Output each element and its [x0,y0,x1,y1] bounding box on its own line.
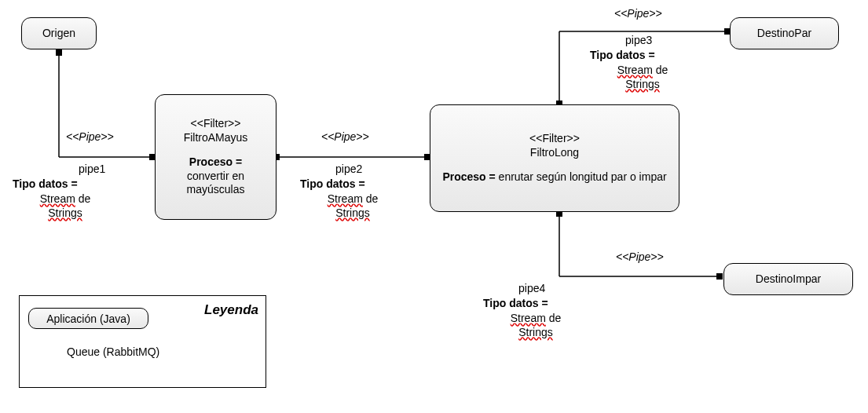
pipe1-stream: Stream [40,192,75,205]
node-destinoimpar: DestinoImpar [723,263,853,295]
legend-title: Leyenda [204,302,258,318]
filtrolong-stereotype: <<Filter>> [438,132,671,146]
filtroamayus-process-label: Proceso = [163,155,268,170]
legend-app: Aplicación (Java) [28,308,148,329]
filtroamayus-stereotype: <<Filter>> [163,117,268,131]
pipe4-stereotype: <<Pipe>> [616,250,664,265]
pipe1-name: pipe1 [79,163,105,177]
filtrolong-process-row: Proceso = enrutar según longitud par o i… [438,170,671,185]
pipe1-tipo-value: Stream de Strings [26,192,104,220]
legend-queue: Queue (RabbitMQ) [67,345,159,360]
pipe1-strings: Strings [48,206,82,219]
pipe4-de: de [546,312,561,324]
svg-rect-2 [56,49,62,56]
pipe3-de: de [653,64,668,76]
pipe2-tipo-label: Tipo datos = [300,177,365,192]
pipe1-stereotype: <<Pipe>> [66,130,114,144]
pipe3-strings: Strings [625,78,660,90]
pipe3-stereotype: <<Pipe>> [614,7,662,21]
pipe2-de: de [363,192,378,205]
node-filtroamayus: <<Filter>> FiltroAMayus Proceso = conver… [155,94,277,220]
filtroamayus-process-desc: convertir en mayúsculas [163,170,268,197]
pipe2-strings: Strings [335,206,370,219]
filtrolong-process-label: Proceso = [442,170,495,183]
pipe4-tipo-label: Tipo datos = [483,297,548,311]
svg-rect-14 [716,273,723,280]
pipe2-stream: Stream [328,192,363,205]
node-filtrolong: <<Filter>> FiltroLong Proceso = enrutar … [430,104,679,212]
pipe4-stream: Stream [511,312,546,324]
filtroamayus-name: FiltroAMayus [163,131,268,145]
node-destinoimpar-label: DestinoImpar [732,272,844,287]
node-destinopar: DestinoPar [730,17,839,49]
node-origen: Origen [21,17,97,49]
pipe3-stream: Stream [617,64,653,76]
pipe2-stereotype: <<Pipe>> [321,130,369,144]
pipe2-tipo-value: Stream de Strings [313,192,392,220]
node-origen-label: Origen [30,27,88,41]
pipe3-tipo-label: Tipo datos = [590,49,655,63]
pipe1-tipo-label: Tipo datos = [13,177,78,192]
pipe4-name: pipe4 [518,282,545,296]
pipe4-strings: Strings [518,326,553,338]
pipe3-tipo-value: Stream de Strings [603,64,682,91]
pipe4-tipo-value: Stream de Strings [496,312,575,339]
node-destinopar-label: DestinoPar [738,27,830,41]
legend-app-label: Aplicación (Java) [46,312,130,325]
pipe1-de: de [75,192,90,205]
pipe3-name: pipe3 [625,34,652,48]
filtrolong-name: FiltroLong [438,146,671,160]
filtrolong-process-desc: enrutar según longitud par o impar [499,170,667,183]
pipe2-name: pipe2 [335,163,362,177]
